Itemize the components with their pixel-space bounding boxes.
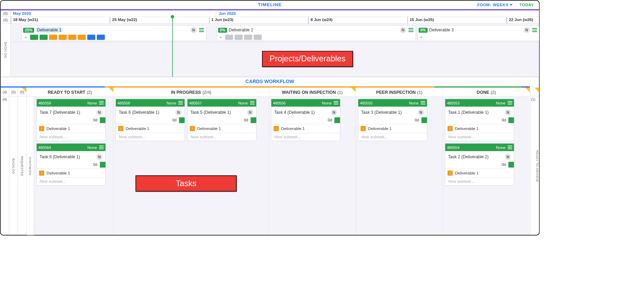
card-header[interactable]: 480555 None (358, 99, 427, 107)
collapsed-column[interactable]: (0) REQUESTED (18, 88, 27, 235)
card-parent-link[interactable]: ↑ Deliverable 1 (445, 169, 514, 178)
lane-body[interactable]: 480555 None Task 3 (Deliverable 1) N 0d … (356, 97, 442, 235)
menu-icon[interactable] (199, 28, 204, 32)
task-chip[interactable] (78, 35, 85, 40)
menu-icon[interactable] (532, 28, 537, 32)
avatar[interactable]: N (418, 109, 424, 116)
card-parent-link[interactable]: ↑ Deliverable 1 (188, 124, 256, 133)
new-subtask-input[interactable]: New subtask... (37, 133, 105, 141)
card-header[interactable]: 480554 None (445, 143, 514, 151)
timeline-week[interactable]: 18 May (w21) (11, 17, 110, 23)
task-card[interactable]: 480556 None Task 4 (Deliverable 1) N 0d … (271, 99, 340, 141)
avatar[interactable]: N (190, 27, 197, 33)
new-subtask-input[interactable]: New subtask... (116, 133, 184, 141)
add-chip-button[interactable]: + (23, 35, 29, 40)
task-chip[interactable] (59, 35, 67, 40)
lane-header[interactable]: PEER INSPECTION (1) (356, 88, 442, 97)
deliverable-card[interactable]: 0% Deliverable 3 N + (417, 26, 539, 41)
deliverable-card[interactable]: 0% Deliverable 2 N + (217, 26, 416, 41)
timeline-week[interactable]: 15 Jun (w25) (407, 17, 507, 23)
task-card[interactable]: 480554 None Task 2 (Deliverable 2) N 0d … (445, 143, 514, 185)
menu-icon[interactable] (178, 101, 183, 104)
cards-workflow-title[interactable]: CARDS WORKFLOW (1, 77, 539, 87)
card-header[interactable]: 480557 None (188, 99, 256, 107)
menu-icon[interactable] (507, 146, 512, 149)
deliverable-card[interactable]: 25% Deliverable 1 N + (22, 26, 207, 41)
backlog-label[interactable]: BACKLOG (4, 41, 7, 59)
task-chip[interactable] (39, 35, 47, 40)
lane-body[interactable]: 480558 None Task 6 (Deliverable 1) N 0d … (113, 97, 269, 235)
avatar[interactable]: N (96, 154, 102, 160)
synthesis-column[interactable]: SYNTHESIS (27, 97, 34, 235)
avatar[interactable]: N (331, 109, 337, 116)
card-status-icon[interactable] (179, 117, 185, 123)
task-chip[interactable] (234, 35, 242, 40)
timeline-grid[interactable]: May 2020Jun 2020 18 May (w21)25 May (w22… (11, 10, 539, 77)
new-subtask-input[interactable]: New subtask... (37, 178, 105, 185)
lane-header[interactable]: DONE (2) (443, 88, 530, 97)
menu-icon[interactable] (507, 101, 512, 104)
collapsed-column[interactable]: (4) (4) (1, 88, 9, 235)
avatar[interactable]: N (400, 27, 406, 33)
menu-icon[interactable] (409, 28, 413, 32)
card-header[interactable]: 480556 None (271, 99, 340, 107)
card-header[interactable]: 480564 None (37, 143, 105, 151)
lane-body[interactable]: 480556 None Task 4 (Deliverable 1) N 0d … (269, 97, 355, 235)
task-chip[interactable] (87, 35, 95, 40)
task-chip[interactable] (253, 35, 261, 40)
task-card[interactable]: 480558 None Task 6 (Deliverable 1) N 0d … (115, 99, 185, 141)
menu-icon[interactable] (334, 101, 338, 104)
card-status-icon[interactable] (421, 117, 427, 123)
task-chip[interactable] (244, 35, 252, 40)
avatar[interactable]: N (505, 154, 511, 160)
card-status-icon[interactable] (508, 162, 514, 168)
avatar[interactable]: N (505, 109, 511, 116)
lane-body[interactable]: SYNTHESIS 480559 None Task 7 (Deliverabl… (27, 97, 113, 235)
today-button[interactable]: TODAY (520, 3, 534, 7)
zoom-select[interactable]: WEEKS (493, 3, 513, 7)
add-chip-button[interactable]: + (419, 35, 424, 40)
card-parent-link[interactable]: ↑ Deliverable 1 (116, 124, 184, 133)
task-card[interactable]: 480553 None Task 1 (Deliverable 1) N 0d … (445, 99, 514, 141)
timeline-title[interactable]: TIMELINE (6, 2, 534, 8)
task-chip[interactable] (225, 35, 233, 40)
task-chip[interactable] (97, 35, 104, 40)
lane-header[interactable]: IN PROGRESS (2/4) (113, 88, 269, 97)
collapsed-column[interactable]: (0) BACKLOG (9, 88, 18, 235)
card-parent-link[interactable]: ↑ Deliverable 1 (37, 124, 105, 133)
card-status-icon[interactable] (100, 162, 105, 168)
menu-icon[interactable] (421, 101, 425, 104)
task-card[interactable]: 480557 None Task 5 (Deliverable 1) N 0d … (187, 99, 256, 141)
card-status-icon[interactable] (508, 117, 514, 123)
card-parent-link[interactable]: ↑ Deliverable 1 (37, 169, 105, 178)
avatar[interactable]: N (523, 27, 530, 33)
task-chip[interactable] (49, 35, 57, 40)
card-header[interactable]: 480553 None (445, 99, 514, 107)
lane-body[interactable]: 480553 None Task 1 (Deliverable 1) N 0d … (443, 97, 530, 235)
new-subtask-input[interactable]: New subtask... (445, 133, 514, 141)
card-parent-link[interactable]: ↑ Deliverable 1 (271, 124, 340, 133)
card-status-icon[interactable] (251, 117, 256, 123)
menu-icon[interactable] (250, 101, 254, 104)
task-card[interactable]: 480559 None Task 7 (Deliverable 1) N 0d … (37, 99, 106, 141)
menu-icon[interactable] (99, 101, 103, 104)
task-chip[interactable] (30, 35, 38, 40)
add-chip-button[interactable]: + (218, 35, 224, 40)
timeline-week[interactable]: 1 Jun (w23) (209, 17, 308, 23)
new-subtask-input[interactable]: New subtask... (445, 178, 514, 185)
collapsed-column[interactable]: (1) READY TO ARCHIVE (531, 88, 539, 235)
avatar[interactable]: N (96, 109, 102, 116)
task-card[interactable]: 480555 None Task 3 (Deliverable 1) N 0d … (358, 99, 427, 141)
task-chip[interactable] (68, 35, 76, 40)
timeline-week[interactable]: 25 May (w22) (110, 17, 209, 23)
lane-header[interactable]: READY TO START (2) (27, 88, 113, 97)
new-subtask-input[interactable]: New subtask... (271, 133, 340, 141)
task-card[interactable]: 480564 None Task 8 (Deliverable 1) N 0d … (37, 143, 106, 185)
card-header[interactable]: 480559 None (37, 99, 105, 107)
timeline-week[interactable]: 22 Jun (w26) (506, 17, 539, 23)
lane-header[interactable]: WAITING ON INSPECTION (1) (269, 88, 355, 97)
card-parent-link[interactable]: ↑ Deliverable 1 (358, 124, 427, 133)
avatar[interactable]: N (247, 109, 253, 116)
menu-icon[interactable] (99, 146, 103, 149)
card-status-icon[interactable] (334, 117, 340, 123)
